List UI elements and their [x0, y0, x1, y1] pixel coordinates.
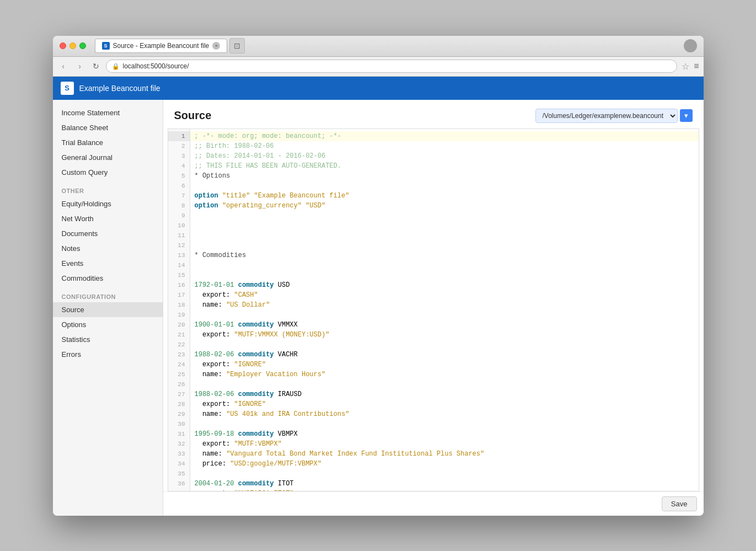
code-content[interactable]: ; -*- mode: org; mode: beancount; -*-;; …	[190, 129, 699, 491]
save-button[interactable]: Save	[662, 496, 697, 511]
content-header: Source /Volumes/Ledger/examplenew.beanco…	[163, 100, 704, 129]
tab-favicon: S	[102, 42, 110, 50]
urlbar: ‹ › ↻ 🔒 localhost:5000/source/ ☆ ≡	[53, 57, 704, 77]
browser-window: S Source - Example Beancount file × ⊡ ‹ …	[53, 36, 704, 516]
user-avatar[interactable]	[684, 39, 697, 52]
back-button[interactable]: ‹	[57, 60, 69, 72]
minimize-button[interactable]	[69, 42, 76, 49]
tab-bar: S Source - Example Beancount file × ⊡	[95, 38, 679, 54]
file-path-select[interactable]: /Volumes/Ledger/examplenew.beancount	[535, 109, 678, 123]
sidebar-item-statistics[interactable]: Statistics	[53, 332, 163, 347]
sidebar-item-equity-holdings[interactable]: Equity/Holdings	[53, 196, 163, 211]
sidebar-item-custom-query[interactable]: Custom Query	[53, 165, 163, 180]
sidebar-item-notes[interactable]: Notes	[53, 241, 163, 256]
forward-button[interactable]: ›	[74, 60, 86, 72]
traffic-lights	[60, 42, 86, 49]
page-title: Source	[174, 109, 212, 122]
close-button[interactable]	[60, 42, 66, 49]
sidebar-item-events[interactable]: Events	[53, 256, 163, 271]
sidebar-item-documents[interactable]: Documents	[53, 226, 163, 241]
app-icon: S	[61, 82, 74, 95]
refresh-button[interactable]: ↻	[90, 61, 101, 72]
bookmark-icon[interactable]: ☆	[682, 61, 689, 72]
sidebar-item-commodities[interactable]: Commodities	[53, 271, 163, 286]
maximize-button[interactable]	[79, 42, 86, 49]
main-content: Income Statement Balance Sheet Trial Bal…	[53, 100, 704, 516]
tab-close-button[interactable]: ×	[212, 42, 220, 50]
menu-icon[interactable]: ≡	[694, 61, 699, 71]
url-bar[interactable]: 🔒 localhost:5000/source/	[106, 60, 678, 73]
active-tab[interactable]: S Source - Example Beancount file ×	[95, 39, 228, 53]
sidebar-section-other: OTHER	[53, 180, 163, 196]
sidebar-item-source[interactable]: Source	[53, 302, 163, 317]
sidebar: Income Statement Balance Sheet Trial Bal…	[53, 100, 163, 516]
titlebar: S Source - Example Beancount file × ⊡	[53, 36, 704, 57]
file-selector: /Volumes/Ledger/examplenew.beancount ▾	[535, 109, 693, 123]
file-dropdown-button[interactable]: ▾	[680, 109, 693, 122]
sidebar-item-options[interactable]: Options	[53, 317, 163, 332]
sidebar-item-trial-balance[interactable]: Trial Balance	[53, 135, 163, 150]
line-numbers: 1234567891011121314151617181920212223242…	[168, 129, 190, 491]
code-editor[interactable]: 1234567891011121314151617181920212223242…	[168, 129, 699, 491]
app-header: S Example Beancount file	[53, 77, 704, 100]
sidebar-item-errors[interactable]: Errors	[53, 347, 163, 362]
sidebar-item-income-statement[interactable]: Income Statement	[53, 105, 163, 120]
content-area: Source /Volumes/Ledger/examplenew.beanco…	[163, 100, 704, 516]
content-footer: Save	[163, 491, 704, 516]
sidebar-section-config: CONFIGURATION	[53, 286, 163, 302]
sidebar-item-net-worth[interactable]: Net Worth	[53, 211, 163, 226]
sidebar-item-balance-sheet[interactable]: Balance Sheet	[53, 120, 163, 135]
new-tab-button[interactable]: ⊡	[229, 38, 245, 54]
sidebar-item-general-journal[interactable]: General Journal	[53, 150, 163, 165]
url-text: localhost:5000/source/	[123, 62, 189, 70]
tab-title: Source - Example Beancount file	[113, 42, 210, 50]
app-title: Example Beancount file	[79, 84, 160, 93]
lock-icon: 🔒	[112, 63, 120, 70]
